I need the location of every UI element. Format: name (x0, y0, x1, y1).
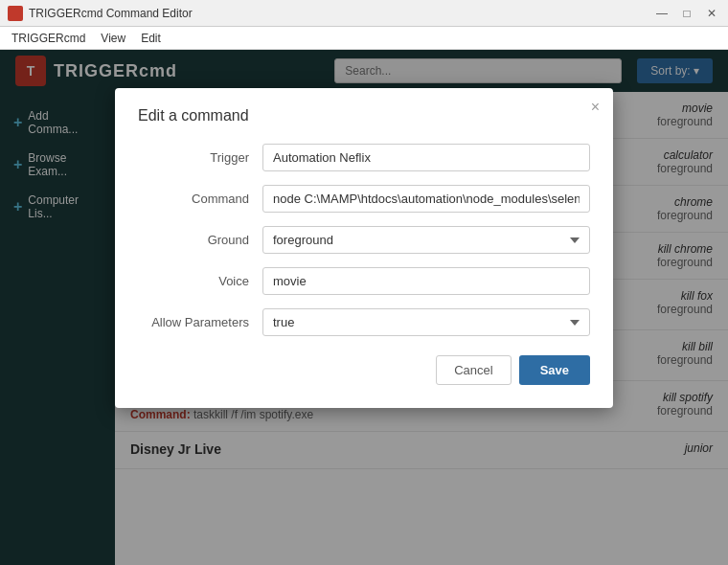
title-bar-text: TRIGGERcmd Command Editor (29, 7, 653, 20)
close-button[interactable]: ✕ (703, 5, 720, 22)
menu-view[interactable]: View (93, 30, 133, 47)
modal-title: Edit a command (138, 107, 590, 124)
trigger-row: Trigger (138, 144, 590, 171)
app-icon (8, 6, 23, 21)
command-label: Command (138, 192, 262, 206)
menu-triggercmd[interactable]: TRIGGERcmd (4, 30, 93, 47)
edit-command-modal: Edit a command × Trigger Command Ground … (115, 88, 613, 408)
allow-parameters-select[interactable]: true false (262, 308, 590, 336)
save-button[interactable]: Save (519, 355, 590, 385)
voice-row: Voice (138, 267, 590, 295)
ground-label: Ground (138, 233, 262, 247)
title-bar-controls: — □ ✕ (653, 5, 720, 22)
ground-row: Ground foreground background (138, 226, 590, 254)
form-actions: Cancel Save (138, 355, 590, 385)
modal-overlay: Edit a command × Trigger Command Ground … (0, 50, 728, 565)
cancel-button[interactable]: Cancel (436, 355, 511, 385)
allow-parameters-row: Allow Parameters true false (138, 308, 590, 336)
command-row: Command (138, 185, 590, 213)
modal-close-button[interactable]: × (591, 100, 600, 115)
ground-select[interactable]: foreground background (262, 226, 590, 254)
menu-bar: TRIGGERcmd View Edit (0, 27, 728, 50)
voice-input[interactable] (262, 267, 590, 295)
command-input[interactable] (262, 185, 590, 213)
allow-parameters-label: Allow Parameters (138, 315, 262, 329)
maximize-button[interactable]: □ (678, 5, 695, 22)
menu-edit[interactable]: Edit (133, 30, 169, 47)
voice-label: Voice (138, 274, 262, 288)
title-bar: TRIGGERcmd Command Editor — □ ✕ (0, 0, 728, 27)
app-container: T TRIGGERcmd Sort by: ▾ + Add Comma... +… (0, 50, 728, 565)
trigger-input[interactable] (262, 144, 590, 171)
minimize-button[interactable]: — (653, 5, 671, 22)
trigger-label: Trigger (138, 150, 262, 165)
